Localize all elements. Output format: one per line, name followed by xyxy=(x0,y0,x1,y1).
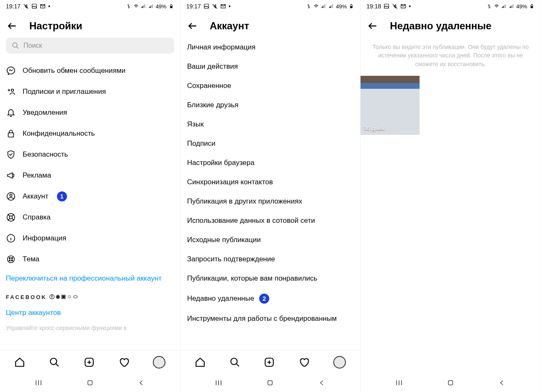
mail-icon xyxy=(400,3,406,9)
page-title: Аккаунт xyxy=(210,20,249,32)
shield-icon xyxy=(6,150,16,160)
image-icon xyxy=(204,3,209,9)
search-input[interactable]: Поиск xyxy=(6,38,174,54)
deleted-post-thumb[interactable]: 30 дней xyxy=(361,76,420,135)
svg-point-12 xyxy=(8,256,15,263)
info-text: Только вы видите эти публикации. Они буд… xyxy=(361,38,541,76)
account-personal-info[interactable]: Личная информация xyxy=(186,38,355,57)
svg-rect-6 xyxy=(8,133,14,137)
sys-recents[interactable] xyxy=(34,378,43,387)
menu-label: Аккаунт xyxy=(23,192,49,201)
search-icon xyxy=(12,42,19,49)
menu-help[interactable]: Справка xyxy=(6,207,174,228)
menu-label: Безопасность xyxy=(23,150,68,159)
back-button[interactable] xyxy=(187,21,198,31)
back-button[interactable] xyxy=(7,21,18,31)
menu-info[interactable]: Информация xyxy=(6,228,174,249)
battery-percent: 49% xyxy=(336,3,347,10)
search-placeholder: Поиск xyxy=(23,42,42,49)
sys-back[interactable] xyxy=(497,378,507,387)
svg-point-24 xyxy=(231,358,237,364)
system-nav xyxy=(0,374,180,392)
nav-activity[interactable] xyxy=(299,357,309,368)
menu-label: Справка xyxy=(23,213,51,222)
bluetooth-icon xyxy=(306,3,312,9)
fb-msg-icon: ◉ xyxy=(56,294,60,301)
step-badge-2: 2 xyxy=(259,294,269,304)
menu-security[interactable]: Безопасность xyxy=(6,144,174,165)
signal-icon xyxy=(501,3,507,9)
status-bar: 19:17 • 49% xyxy=(0,0,180,13)
sys-back[interactable] xyxy=(317,378,327,387)
dot-icon: • xyxy=(48,3,50,10)
header: Аккаунт xyxy=(180,13,361,38)
account-captions[interactable]: Подписи xyxy=(186,134,355,153)
account-browser[interactable]: Настройки браузера xyxy=(186,153,355,173)
nav-search[interactable] xyxy=(229,357,240,368)
account-share-other-apps[interactable]: Публикация в других приложениях xyxy=(186,192,355,211)
nav-activity[interactable] xyxy=(119,357,129,368)
svg-rect-31 xyxy=(448,381,453,385)
menu-theme[interactable]: Тема xyxy=(6,249,174,270)
menu-notifications[interactable]: Уведомления xyxy=(6,102,174,123)
menu-ads[interactable]: Реклама xyxy=(6,165,174,186)
sys-home[interactable] xyxy=(85,378,95,387)
svg-point-17 xyxy=(50,358,57,364)
sys-recents[interactable] xyxy=(394,378,404,387)
svg-rect-22 xyxy=(351,5,352,5)
fb-icons: ⓕ◉▣☺⬭ xyxy=(49,294,77,301)
svg-rect-23 xyxy=(351,6,352,8)
info-icon xyxy=(6,233,16,243)
svg-point-4 xyxy=(13,43,17,47)
system-nav xyxy=(180,374,361,392)
account-request-verification[interactable]: Запросить подтверждение xyxy=(186,250,355,269)
signal2-icon xyxy=(509,3,515,9)
header: Настройки xyxy=(0,13,180,38)
account-posts-liked[interactable]: Публикации, которые вам понравились xyxy=(186,269,355,288)
mute-icon xyxy=(23,3,29,9)
menu-subscriptions[interactable]: Подписки и приглашения xyxy=(6,81,174,102)
menu-account[interactable]: Аккаунт 1 xyxy=(6,186,174,207)
menu-label: Подписки и приглашения xyxy=(23,88,106,96)
nav-search[interactable] xyxy=(49,357,60,368)
accounts-center-link[interactable]: Центр аккаунтов xyxy=(6,304,174,322)
sys-home[interactable] xyxy=(446,378,455,387)
account-branded-tools[interactable]: Инструменты для работы с брендированным xyxy=(186,309,355,328)
screen-settings: 19:17 • 49% Настройки Поиск Обновить обм… xyxy=(0,0,180,392)
nav-home[interactable] xyxy=(195,357,206,368)
screen-account: 19:17 • 49% Аккаунт Личная информация Ва… xyxy=(180,0,361,392)
account-original-posts[interactable]: Исходные публикации xyxy=(186,230,355,250)
account-contacts-sync[interactable]: Синхронизация контактов xyxy=(186,173,355,192)
nav-home[interactable] xyxy=(14,357,25,368)
nav-profile[interactable] xyxy=(153,356,165,369)
menu-privacy[interactable]: Конфиденциальность xyxy=(6,123,174,144)
menu-messenger[interactable]: Обновить обмен сообщениями xyxy=(6,60,174,81)
account-language[interactable]: Язык xyxy=(186,115,355,134)
menu-label: Тема xyxy=(23,255,39,263)
nav-add[interactable] xyxy=(84,357,95,368)
step-badge-1: 1 xyxy=(57,191,67,201)
account-cellular-data[interactable]: Использование данных в сотовой сети xyxy=(186,211,355,230)
sys-home[interactable] xyxy=(265,378,275,387)
system-nav xyxy=(361,374,541,392)
back-button[interactable] xyxy=(367,21,378,31)
svg-rect-30 xyxy=(531,6,532,8)
account-recently-deleted[interactable]: Недавно удаленные 2 xyxy=(186,288,355,309)
battery-percent: 49% xyxy=(516,3,527,10)
account-saved[interactable]: Сохраненное xyxy=(186,76,355,95)
nav-profile[interactable] xyxy=(333,356,346,369)
account-icon xyxy=(6,191,16,201)
nav-add[interactable] xyxy=(264,357,275,368)
svg-point-5 xyxy=(11,89,13,92)
switch-pro-link[interactable]: Переключиться на профессиональный аккаун… xyxy=(6,270,174,288)
fb-wa-icon: ☺ xyxy=(67,294,72,301)
header: Недавно удаленные xyxy=(361,13,541,38)
status-time: 19:17 xyxy=(6,3,21,10)
account-your-activity[interactable]: Ваши действия xyxy=(186,57,355,76)
wifi-icon xyxy=(494,3,500,9)
mail-icon xyxy=(220,3,226,9)
sys-recents[interactable] xyxy=(214,378,223,387)
sys-back[interactable] xyxy=(137,378,146,387)
account-close-friends[interactable]: Близкие друзья xyxy=(186,95,355,115)
page-title: Настройки xyxy=(29,20,82,32)
